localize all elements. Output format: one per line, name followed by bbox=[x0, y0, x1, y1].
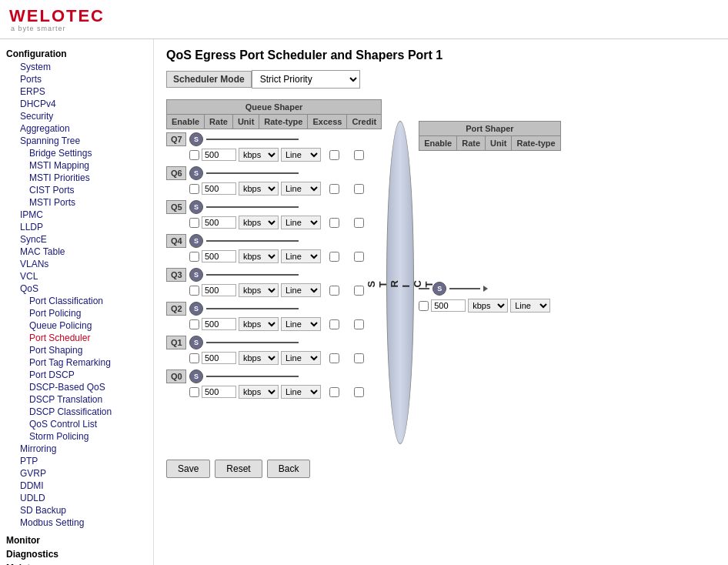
port-enable-checkbox[interactable] bbox=[419, 301, 429, 311]
sidebar-item-gvrp[interactable]: GVRP bbox=[6, 467, 147, 480]
q5-unit[interactable]: kbpsMbps bbox=[239, 216, 279, 229]
sidebar-item-dhcpv4[interactable]: DHCPv4 bbox=[6, 98, 147, 110]
port-rate[interactable] bbox=[431, 299, 466, 312]
q0-unit[interactable]: kbpsMbps bbox=[239, 385, 279, 399]
sidebar-item-dscp-translation[interactable]: DSCP Translation bbox=[6, 393, 147, 406]
q2-rate[interactable] bbox=[202, 318, 236, 330]
q3-type[interactable]: LineData bbox=[281, 283, 321, 297]
q7-type[interactable]: LineData bbox=[281, 148, 321, 162]
sidebar-item-system[interactable]: System bbox=[6, 61, 147, 73]
q4-enable[interactable] bbox=[189, 252, 199, 262]
q6-enable[interactable] bbox=[189, 184, 199, 194]
sidebar-item-msti-ports[interactable]: MSTI Ports bbox=[6, 196, 147, 209]
sidebar-item-spanning-tree[interactable]: Spanning Tree bbox=[6, 135, 147, 147]
q1-unit[interactable]: kbpsMbps bbox=[239, 351, 279, 365]
q7-rate[interactable] bbox=[202, 149, 236, 161]
q0-type[interactable]: LineData bbox=[281, 385, 321, 399]
sidebar-item-queue-policing[interactable]: Queue Policing bbox=[6, 319, 147, 332]
q5-rate[interactable] bbox=[202, 216, 236, 229]
sidebar-configuration[interactable]: Configuration bbox=[6, 47, 147, 61]
q5-type[interactable]: LineData bbox=[281, 216, 321, 229]
q1-credit[interactable] bbox=[354, 353, 364, 363]
q3-credit[interactable] bbox=[354, 286, 364, 296]
port-type[interactable]: LineData bbox=[510, 299, 550, 313]
back-button[interactable]: Back bbox=[267, 460, 311, 478]
q7-excess[interactable] bbox=[329, 150, 339, 160]
sidebar-item-mirroring[interactable]: Mirroring bbox=[6, 443, 147, 455]
sidebar-item-udld[interactable]: UDLD bbox=[6, 492, 147, 504]
q7-enable[interactable] bbox=[189, 150, 199, 160]
q5-circle[interactable]: S bbox=[189, 200, 203, 214]
q4-credit[interactable] bbox=[354, 252, 364, 262]
sidebar-item-port-dscp[interactable]: Port DSCP bbox=[6, 369, 147, 381]
q2-credit[interactable] bbox=[354, 319, 364, 329]
q3-enable[interactable] bbox=[189, 286, 199, 296]
sidebar-item-port-tag-remarking[interactable]: Port Tag Remarking bbox=[6, 356, 147, 369]
sidebar-item-msti-mapping[interactable]: MSTI Mapping bbox=[6, 159, 147, 172]
sidebar-item-bridge-settings[interactable]: Bridge Settings bbox=[6, 147, 147, 159]
sidebar-item-vcl[interactable]: VCL bbox=[6, 270, 147, 282]
q5-excess[interactable] bbox=[329, 218, 339, 228]
sidebar-item-msti-priorities[interactable]: MSTI Priorities bbox=[6, 172, 147, 184]
q3-excess[interactable] bbox=[329, 286, 339, 296]
sidebar-item-qos[interactable]: QoS bbox=[6, 282, 147, 295]
q1-enable[interactable] bbox=[189, 353, 199, 363]
sidebar-item-port-scheduler[interactable]: Port Scheduler bbox=[6, 332, 147, 344]
sidebar-item-qos-control-list[interactable]: QoS Control List bbox=[6, 418, 147, 430]
q2-enable[interactable] bbox=[189, 319, 199, 329]
scheduler-mode-select[interactable]: Strict Priority Weighted Weighted Excess bbox=[252, 70, 360, 89]
q6-excess[interactable] bbox=[329, 184, 339, 194]
sidebar-item-ddmi[interactable]: DDMI bbox=[6, 480, 147, 492]
sidebar-item-port-classification[interactable]: Port Classification bbox=[6, 295, 147, 307]
sidebar-item-security[interactable]: Security bbox=[6, 110, 147, 122]
sidebar-item-sd-backup[interactable]: SD Backup bbox=[6, 504, 147, 517]
q0-credit[interactable] bbox=[354, 387, 364, 397]
sidebar-item-port-shaping[interactable]: Port Shaping bbox=[6, 344, 147, 356]
q4-circle[interactable]: S bbox=[189, 234, 203, 248]
sidebar-item-cist-ports[interactable]: CIST Ports bbox=[6, 184, 147, 196]
sidebar-item-storm-policing[interactable]: Storm Policing bbox=[6, 430, 147, 443]
q4-excess[interactable] bbox=[329, 252, 339, 262]
q5-enable[interactable] bbox=[189, 218, 199, 228]
sidebar-item-mac-table[interactable]: MAC Table bbox=[6, 246, 147, 258]
sidebar-item-ipmc[interactable]: IPMC bbox=[6, 209, 147, 221]
q1-excess[interactable] bbox=[329, 353, 339, 363]
sidebar-item-modbus-setting[interactable]: Modbus Setting bbox=[6, 517, 147, 529]
q6-rate[interactable] bbox=[202, 182, 236, 195]
q1-rate[interactable] bbox=[202, 352, 236, 364]
sidebar-item-synce[interactable]: SyncE bbox=[6, 233, 147, 246]
sidebar-item-vlans[interactable]: VLANs bbox=[6, 258, 147, 270]
q2-circle[interactable]: S bbox=[189, 302, 203, 316]
sidebar-maintenance[interactable]: Maintenance bbox=[6, 561, 147, 565]
q4-unit[interactable]: kbpsMbps bbox=[239, 249, 279, 263]
q1-type[interactable]: LineData bbox=[281, 351, 321, 365]
q4-rate[interactable] bbox=[202, 250, 236, 262]
sidebar-item-lldp[interactable]: LLDP bbox=[6, 221, 147, 233]
sidebar-item-dscp-classification[interactable]: DSCP Classification bbox=[6, 406, 147, 418]
q0-rate[interactable] bbox=[202, 386, 236, 398]
q7-unit[interactable]: kbpsMbps bbox=[239, 148, 279, 162]
q2-excess[interactable] bbox=[329, 319, 339, 329]
port-unit[interactable]: kbpsMbps bbox=[468, 299, 508, 313]
q2-unit[interactable]: kbpsMbps bbox=[239, 317, 279, 331]
q7-credit[interactable] bbox=[354, 150, 364, 160]
q5-credit[interactable] bbox=[354, 218, 364, 228]
sidebar-item-dscp-based-qos[interactable]: DSCP-Based QoS bbox=[6, 381, 147, 393]
q3-rate[interactable] bbox=[202, 284, 236, 296]
sidebar-item-port-policing[interactable]: Port Policing bbox=[6, 307, 147, 319]
q0-excess[interactable] bbox=[329, 387, 339, 397]
sidebar-diagnostics[interactable]: Diagnostics bbox=[6, 547, 147, 561]
q2-type[interactable]: LineData bbox=[281, 317, 321, 331]
q4-type[interactable]: LineData bbox=[281, 249, 321, 263]
q0-enable[interactable] bbox=[189, 387, 199, 397]
q7-circle[interactable]: S bbox=[189, 132, 203, 146]
reset-button[interactable]: Reset bbox=[215, 460, 262, 478]
q3-circle[interactable]: S bbox=[189, 268, 203, 282]
q6-unit[interactable]: kbpsMbps bbox=[239, 182, 279, 196]
q6-circle[interactable]: S bbox=[189, 166, 203, 180]
q6-credit[interactable] bbox=[354, 184, 364, 194]
sidebar-item-erps[interactable]: ERPS bbox=[6, 85, 147, 98]
sidebar-item-aggregation[interactable]: Aggregation bbox=[6, 122, 147, 135]
sidebar-item-ports[interactable]: Ports bbox=[6, 73, 147, 85]
q3-unit[interactable]: kbpsMbps bbox=[239, 283, 279, 297]
